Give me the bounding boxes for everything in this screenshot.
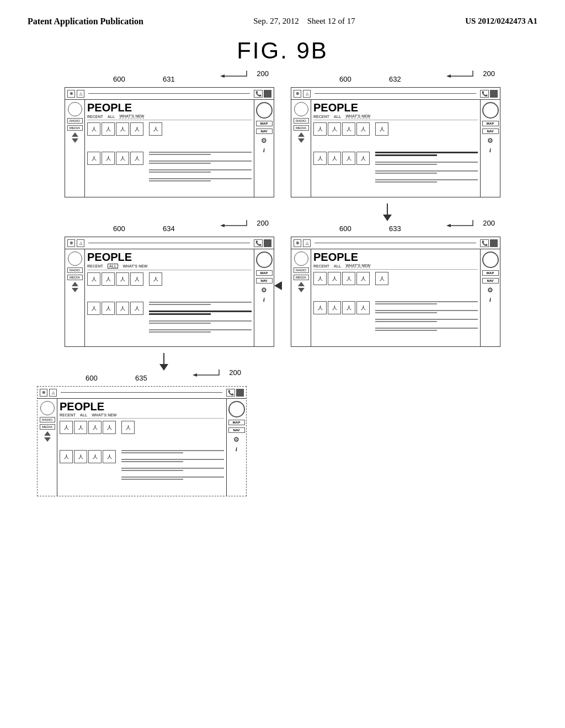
info-icon[interactable]: i [489,147,491,153]
top-icon-2: △ [77,239,84,247]
info-icon[interactable]: i [263,297,265,303]
gear-icon[interactable]: ⚙ [260,136,269,145]
big-circle-right [482,102,499,119]
left-panel: RADIO MEDIA [38,399,57,496]
people-title: PEOPLE [313,102,478,113]
grid-icons-top: 人 人 人 人 [313,122,370,150]
tab-whatsnew[interactable]: WHAT'S NEW [119,114,144,119]
top-bar: ⊕ △ 📞 [65,88,274,100]
down-arrow[interactable] [298,138,305,143]
list-lines [375,301,478,344]
down-arrow[interactable] [44,437,51,442]
ref-635: 635 [135,374,147,382]
gear-icon[interactable]: ⚙ [486,286,495,295]
svg-marker-3 [446,224,451,227]
left-panel: RADIO MEDIA [291,249,311,346]
down-arrow[interactable] [72,288,78,292]
nav-btn[interactable]: NAV [256,129,273,134]
device-633: 600 633 200 ⊕ △ 📞 [291,224,500,347]
up-arrow[interactable] [72,282,78,286]
top-icon-1: ⊕ [294,90,301,98]
tab-whatsnew[interactable]: WHAT'S NEW [122,264,147,268]
ref-600-631: 600 [113,75,125,83]
radio-btn[interactable]: RADIO [294,267,309,273]
map-btn[interactable]: MAP [256,270,273,276]
square-icon [490,90,498,98]
up-arrow[interactable] [44,431,51,436]
nav-btn[interactable]: NAV [482,129,499,134]
circle-icon [68,251,82,266]
tab-whatsnew[interactable]: WHAT'S NEW [345,114,370,119]
info-icon[interactable]: i [263,147,265,153]
down-arrow[interactable] [298,288,305,292]
tab-whatsnew[interactable]: WHAT'S NEW [345,264,370,268]
down-arrow-632-633 [383,204,392,221]
people-title: PEOPLE [87,251,252,263]
publication-title: Patent Application Publication [28,17,143,26]
media-btn[interactable]: MEDIA [294,275,309,280]
tab-recent[interactable]: RECENT [87,264,103,268]
nav-btn[interactable]: NAV [482,278,499,283]
nav-btn[interactable]: NAV [256,278,273,283]
tab-all[interactable]: ALL [108,115,115,119]
info-icon[interactable]: i [489,297,491,303]
up-arrow[interactable] [298,282,305,286]
down-arrow[interactable] [72,138,78,143]
top-bar: ⊕ △ 📞 [291,237,500,249]
tab-all[interactable]: ALL [108,264,119,269]
map-btn[interactable]: MAP [482,121,499,126]
tab-recent[interactable]: RECENT [87,115,103,119]
arrow-row-1 [56,202,509,222]
diagram-row-1: 600 631 200 ⊕ △ [20,75,545,197]
up-arrow[interactable] [298,132,305,137]
main-content: PEOPLE RECENT ALL WHAT'S NEW 人 [85,249,254,346]
tab-all[interactable]: ALL [334,264,342,268]
media-btn[interactable]: MEDIA [67,125,83,131]
main-content: PEOPLE RECENT ALL WHAT'S NEW 人 [57,399,226,496]
map-btn[interactable]: MAP [256,121,273,126]
tab-recent[interactable]: RECENT [313,115,329,119]
gear-icon[interactable]: ⚙ [232,435,241,444]
device-body: RADIO MEDIA PEOPLE RECENT ALL WHAT'S [65,249,274,346]
tab-all[interactable]: ALL [334,115,342,119]
up-arrow[interactable] [72,132,78,137]
nav-btn[interactable]: NAV [228,427,245,433]
media-btn[interactable]: MEDIA [294,125,309,131]
diagram-row-3: 600 635 200 ⊕ △ 📞 [20,374,545,496]
radio-btn[interactable]: RADIO [67,118,83,124]
svg-marker-1 [446,74,451,78]
top-bar: ⊕ △ 📞 [65,237,274,249]
info-icon[interactable]: i [236,446,237,452]
square-icon [264,90,271,98]
radio-btn[interactable]: RADIO [294,118,309,124]
gear-icon[interactable]: ⚙ [260,286,269,295]
tab-whatsnew[interactable]: WHAT'S NEW [92,413,116,417]
phone-icon: 📞 [254,239,263,247]
top-icon-1: ⊕ [67,239,75,247]
device-632: 600 632 200 ⊕ △ 📞 [291,75,500,197]
grid-icons-top: 人 人 人 人 [60,421,116,448]
tab-all[interactable]: ALL [80,413,88,417]
radio-btn[interactable]: RADIO [67,267,83,273]
left-panel: RADIO MEDIA [65,249,85,346]
map-btn[interactable]: MAP [482,270,499,276]
map-btn[interactable]: MAP [228,420,245,425]
tab-recent[interactable]: RECENT [60,413,76,417]
device-body: RADIO MEDIA PEOPLE RECENT ALL WHAT'S NEW [291,249,500,346]
main-content: PEOPLE RECENT ALL WHAT'S NEW 人 [311,249,480,346]
grid-icons-top: 人 人 人 人 [87,122,143,150]
media-btn[interactable]: MEDIA [67,275,83,280]
tab-recent[interactable]: RECENT [313,264,329,268]
ref-600-633: 600 [339,224,351,233]
right-panel: MAP NAV ⚙ i [254,100,274,197]
radio-btn[interactable]: RADIO [40,417,55,422]
svg-marker-0 [220,74,225,78]
ref-200-633: 200 [483,219,495,227]
gear-icon[interactable]: ⚙ [486,136,495,145]
grid-icons-top: 人 人 人 人 [87,272,143,300]
bracket-arrow-631 [219,71,252,83]
media-btn[interactable]: MEDIA [40,424,55,430]
top-right-icons: 📞 [480,239,498,247]
phone-icon: 📞 [480,239,489,247]
arrow-row-2 [56,352,509,372]
